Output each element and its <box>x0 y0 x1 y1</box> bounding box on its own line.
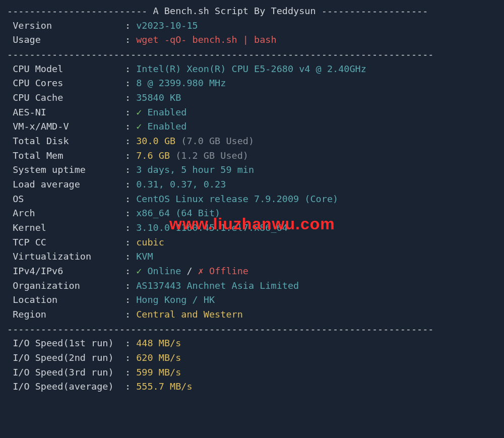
ipv-label: IPv4/IPv6 <box>7 266 119 276</box>
version-value: v2023-10-15 <box>136 20 198 31</box>
vmx-label: VM-x/AMD-V <box>7 121 119 132</box>
disk-total-value: 30.0 GB <box>136 136 175 146</box>
aesni-label: AES-NI <box>7 107 119 117</box>
io-avg-value: 555.7 MB/s <box>136 381 192 392</box>
mem-used-value: (1.2 GB Used) <box>170 150 248 161</box>
cpu-cores-value: 8 @ 2399.980 MHz <box>136 78 226 88</box>
location-value: Hong Kong / HK <box>136 294 215 305</box>
io-avg-label: I/O Speed(average) <box>7 381 119 392</box>
divider: ----------------------------------------… <box>7 324 433 334</box>
arch-label: Arch <box>7 208 119 218</box>
uptime-value: 3 days, 5 hour 59 min <box>136 164 254 175</box>
io-1-value: 448 MB/s <box>136 338 181 348</box>
cpu-cache-label: CPU Cache <box>7 92 119 103</box>
ipv6-status: Offline <box>209 266 248 276</box>
divider-left: ------------------------- <box>7 6 153 16</box>
organization-value: AS137443 Anchnet Asia Limited <box>136 280 299 291</box>
arch-value: x86_64 (64 Bit) <box>136 208 220 218</box>
region-label: Region <box>7 309 119 320</box>
io-2-value: 620 MB/s <box>136 352 181 363</box>
io-2-label: I/O Speed(2nd run) <box>7 352 119 363</box>
cpu-cache-value: 35840 KB <box>136 92 181 103</box>
mem-label: Total Mem <box>7 150 119 161</box>
tcpcc-value: cubic <box>136 237 164 247</box>
os-label: OS <box>7 194 119 204</box>
mem-total-value: 7.6 GB <box>136 150 170 161</box>
usage-label: Usage <box>7 34 119 45</box>
load-value: 0.31, 0.37, 0.23 <box>136 179 226 190</box>
load-label: Load average <box>7 179 119 190</box>
disk-used-value: (7.0 GB Used) <box>175 136 254 146</box>
virt-value: KVM <box>136 251 153 262</box>
check-icon: ✓ <box>136 107 147 117</box>
check-icon: ✓ <box>136 266 147 276</box>
kernel-label: Kernel <box>7 222 119 233</box>
uptime-label: System uptime <box>7 164 119 175</box>
cross-icon: ✗ <box>198 266 209 276</box>
script-title: A Bench.sh Script By Teddysun <box>153 6 316 16</box>
region-value: Central and Western <box>136 309 243 320</box>
kernel-value: 3.10.0-1160.45.1.el7.x86_64 <box>136 222 288 233</box>
version-label: Version <box>7 20 119 31</box>
aesni-value: Enabled <box>147 107 186 117</box>
os-value: CentOS Linux release 7.9.2009 (Core) <box>136 194 338 204</box>
divider: ----------------------------------------… <box>7 49 433 59</box>
io-1-label: I/O Speed(1st run) <box>7 338 119 348</box>
disk-label: Total Disk <box>7 136 119 146</box>
io-3-value: 599 MB/s <box>136 367 181 378</box>
cpu-model-value: Intel(R) Xeon(R) CPU E5-2680 v4 @ 2.40GH… <box>136 64 366 74</box>
location-label: Location <box>7 294 119 305</box>
io-3-label: I/O Speed(3rd run) <box>7 367 119 378</box>
cpu-model-label: CPU Model <box>7 64 119 74</box>
organization-label: Organization <box>7 280 119 291</box>
divider-right: ------------------- <box>316 6 428 16</box>
terminal-output: ------------------------- A Bench.sh Scr… <box>0 4 504 394</box>
tcpcc-label: TCP CC <box>7 237 119 247</box>
ipv4-status: Online <box>147 266 181 276</box>
usage-value: wget -qO- bench.sh | bash <box>136 34 276 45</box>
vmx-value: Enabled <box>147 121 186 132</box>
check-icon: ✓ <box>136 121 147 132</box>
virt-label: Virtualization <box>7 251 119 262</box>
cpu-cores-label: CPU Cores <box>7 78 119 88</box>
